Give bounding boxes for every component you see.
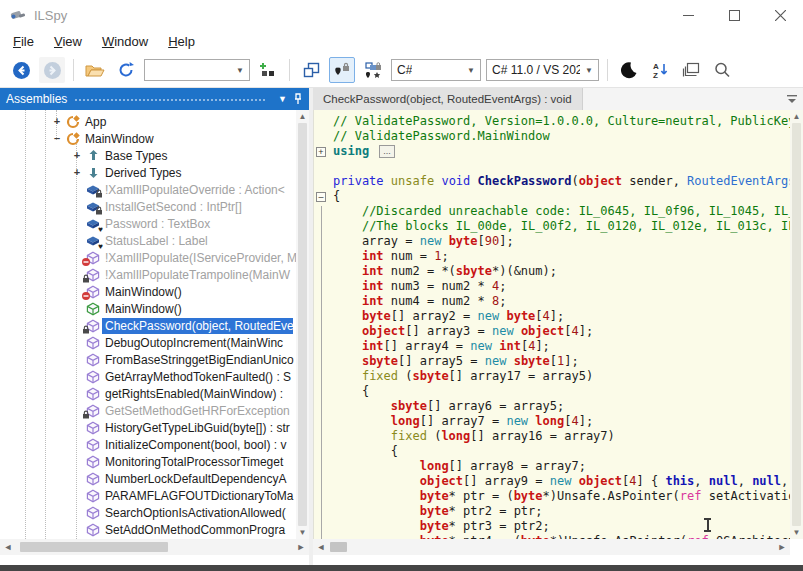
expander-icon[interactable]: – [50,130,64,147]
tree-item[interactable]: SetAddOnMethodCommonProgra [0,521,309,538]
expander-icon[interactable]: + [70,164,84,181]
scrollbar-thumb[interactable] [330,542,347,552]
tree-item[interactable]: SearchOptionIsActivationAllowed( [0,504,309,521]
tree-item[interactable]: MainWindow() [0,283,309,300]
tree-item-label[interactable]: getRightsEnabled(MainWindow) : [102,386,286,402]
scroll-down-icon[interactable]: ▼ [793,528,801,537]
close-button[interactable] [757,0,803,30]
tree-item[interactable]: FromBaseStringgetBigEndianUnico [0,351,309,368]
tree-item-label[interactable]: CheckPassword(object, RoutedEve [102,318,293,334]
language-version-combo[interactable]: C# 11.0 / VS 2022. ▼ [486,59,599,81]
back-button[interactable] [8,57,34,83]
tree-item-label[interactable]: MainWindow() [102,301,185,317]
tree-item-label[interactable]: Base Types [102,148,170,164]
code-horizontal-scrollbar[interactable]: ◄ ► [313,539,790,555]
tree-item[interactable]: ♥Password : TextBox [0,215,309,232]
tree-horizontal-scrollbar[interactable]: ◄ ► [0,539,309,555]
language-combo[interactable]: C# ▼ [391,59,481,81]
panel-menu-button[interactable]: ▼ [278,94,287,104]
tree-item-label[interactable]: GetSetMethodGetHRForException [102,403,293,419]
search-pane-button[interactable] [709,57,735,83]
api-visibility-internal-button[interactable] [329,57,355,83]
tree-item[interactable]: MonitoringTotalProcessorTimeget [0,453,309,470]
forward-button[interactable] [39,57,65,83]
tab-list-button[interactable] [781,88,803,110]
tree-item[interactable]: +Base Types [0,147,309,164]
tree-item-label[interactable]: App [82,114,109,130]
tree-item[interactable]: !XamlIlPopulate(IServiceProvider, M [0,249,309,266]
scrollbar-thumb[interactable] [298,123,307,526]
tree-item[interactable]: InitializeComponent(bool, bool) : v [0,436,309,453]
tree-item[interactable]: !XamlIlPopulateOverride : Action< [0,181,309,198]
tree-item[interactable]: +App [0,113,309,130]
tree-item[interactable]: –MainWindow [0,130,309,147]
clone-window-button[interactable] [298,57,324,83]
expander-icon[interactable]: + [50,113,64,130]
tree-item-label[interactable]: StatusLabel : Label [102,233,211,249]
tree-item-label[interactable]: PARAMFLAGFOUTDictionaryToMa [102,488,296,504]
tree-item-label[interactable]: HistoryGetTypeLibGuid(byte[]) : str [102,420,293,436]
expander-icon[interactable]: + [70,147,84,164]
assembly-list-combo[interactable]: ▼ [144,59,250,81]
refresh-button[interactable] [113,57,139,83]
tree-item[interactable]: PARAMFLAGFOUTDictionaryToMa [0,487,309,504]
code-view[interactable]: // ValidatePassword, Version=1.0.0.0, Cu… [313,110,803,539]
tree-item-label[interactable]: Derived Types [102,165,184,181]
tab-checkpassword[interactable]: CheckPassword(object, RoutedEventArgs) :… [313,88,583,110]
tree-item[interactable]: InstallGetSecond : IntPtr[] [0,198,309,215]
scroll-right-icon[interactable]: ► [293,539,309,555]
tree-item[interactable]: CheckPassword(object, RoutedEve [0,317,309,334]
minimize-button[interactable] [665,0,711,30]
tree-item[interactable]: MainWindow() [0,300,309,317]
menu-help[interactable]: Help [158,31,205,52]
open-button[interactable] [82,57,108,83]
maximize-button[interactable] [711,0,757,30]
tree-item-label[interactable]: MainWindow [82,131,157,147]
scroll-down-icon[interactable]: ▼ [299,528,307,537]
tree-item[interactable]: +Derived Types [0,164,309,181]
fold-collapse-icon[interactable]: – [316,192,326,202]
scrollbar-thumb[interactable] [792,123,801,526]
scrollbar-thumb[interactable] [20,542,168,552]
tree-item[interactable]: getRightsEnabled(MainWindow) : [0,385,309,402]
tree-item-label[interactable]: FromBaseStringgetBigEndianUnico [102,352,297,368]
tree-item-label[interactable]: SetAddOnMethodCommonProgra [102,522,288,538]
tree-item-label[interactable]: GetArrayMethodTokenFaulted() : S [102,369,294,385]
code-vertical-scrollbar[interactable]: ▲ ▼ [790,110,803,539]
tree-item[interactable]: !XamlIlPopulateTrampoline(MainW [0,266,309,283]
tree-item-label[interactable]: InstallGetSecond : IntPtr[] [102,199,245,215]
tree-item-label[interactable]: InitializeComponent(bool, bool) : v [102,437,289,453]
api-visibility-all-button[interactable] [360,57,386,83]
tree-item[interactable]: NumberLockDefaultDependencyA [0,470,309,487]
tree-item-label[interactable]: NumberLockDefaultDependencyA [102,471,289,487]
tree-item-label[interactable]: SearchOptionIsActivationAllowed( [102,505,289,521]
collapsed-region-badge[interactable]: ... [379,145,395,158]
scroll-up-icon[interactable]: ▲ [793,112,801,121]
tree-item-label[interactable]: DebugOutopIncrement(MainWinc [102,335,286,351]
menu-window[interactable]: Window [92,31,158,52]
tree-item[interactable]: DebugOutopIncrement(MainWinc [0,334,309,351]
scroll-left-icon[interactable]: ◄ [0,539,16,555]
tree-item[interactable]: HistoryGetTypeLibGuid(byte[]) : str [0,419,309,436]
tree-item-label[interactable]: !XamlIlPopulate(IServiceProvider, M [102,250,300,266]
dark-mode-button[interactable] [616,57,642,83]
scroll-right-icon[interactable]: ► [774,539,790,555]
sort-button[interactable]: AZ [647,57,673,83]
tree-item[interactable]: ♥StatusLabel : Label [0,232,309,249]
pin-icon[interactable] [293,93,303,105]
tree-vertical-scrollbar[interactable]: ▲ ▼ [296,110,309,539]
tree-item-label[interactable]: !XamlIlPopulateOverride : Action< [102,182,288,198]
menu-view[interactable]: View [44,31,92,52]
tree-item-label[interactable]: MainWindow() [102,284,185,300]
scroll-left-icon[interactable]: ◄ [313,539,329,555]
tree-item-label[interactable]: Password : TextBox [102,216,213,232]
tree-item[interactable]: GetSetMethodGetHRForException [0,402,309,419]
add-list-button[interactable] [255,57,281,83]
tree-item-label[interactable]: MonitoringTotalProcessorTimeget [102,454,286,470]
menu-file[interactable]: File [3,31,44,52]
scroll-up-icon[interactable]: ▲ [299,112,307,121]
fold-expand-icon[interactable]: + [316,147,326,157]
tree-item-label[interactable]: !XamlIlPopulateTrampoline(MainW [102,267,293,283]
window-stack-button[interactable] [678,57,704,83]
tree-item[interactable]: GetArrayMethodTokenFaulted() : S [0,368,309,385]
